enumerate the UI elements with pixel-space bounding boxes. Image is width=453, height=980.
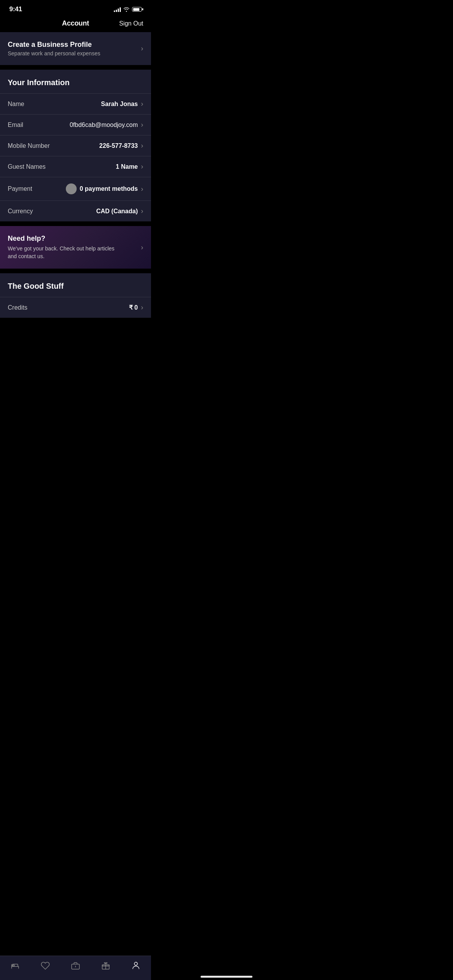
- credits-value-wrap: ₹ 0 ›: [129, 303, 143, 312]
- payment-value-wrap: 0 payment methods ›: [66, 183, 143, 194]
- page-title: Account: [62, 19, 89, 27]
- sign-out-button[interactable]: Sign Out: [119, 20, 143, 27]
- mobile-chevron-icon: ›: [141, 142, 143, 150]
- email-value-wrap: 0fbd6cab@moodjoy.com ›: [70, 121, 143, 129]
- mobile-number-row[interactable]: Mobile Number 226-577-8733 ›: [0, 135, 151, 156]
- name-chevron-icon: ›: [141, 100, 143, 108]
- need-help-card[interactable]: Need help? We've got your back. Check ou…: [0, 226, 151, 269]
- guest-names-label: Guest Names: [8, 163, 46, 170]
- currency-chevron-icon: ›: [141, 207, 143, 215]
- help-title: Need help?: [8, 235, 116, 243]
- help-text: Need help? We've got your back. Check ou…: [8, 235, 116, 260]
- your-information-title: Your Information: [0, 70, 151, 93]
- status-bar: 9:41: [0, 0, 151, 15]
- guest-names-value-wrap: 1 Name ›: [116, 163, 143, 171]
- email-label: Email: [8, 122, 23, 128]
- nav-bar: Account Sign Out: [0, 15, 151, 32]
- currency-value-wrap: CAD (Canada) ›: [96, 207, 143, 215]
- help-subtitle: We've got your back. Check out help arti…: [8, 245, 116, 260]
- email-row[interactable]: Email 0fbd6cab@moodjoy.com ›: [0, 114, 151, 135]
- guest-names-row[interactable]: Guest Names 1 Name ›: [0, 156, 151, 177]
- help-chevron-icon: ›: [141, 243, 143, 252]
- credits-row[interactable]: Credits ₹ 0 ›: [0, 297, 151, 318]
- name-value: Sarah Jonas: [101, 101, 138, 108]
- mobile-value: 226-577-8733: [99, 142, 138, 149]
- payment-dot-icon: [66, 183, 77, 194]
- credits-chevron-icon: ›: [141, 303, 143, 312]
- credits-label: Credits: [8, 304, 27, 311]
- good-stuff-section: The Good Stuff Credits ₹ 0 ›: [0, 273, 151, 318]
- scroll-content: Create a Business Profile Separate work …: [0, 32, 151, 357]
- guest-names-value: 1 Name: [116, 163, 138, 170]
- email-value: 0fbd6cab@moodjoy.com: [70, 122, 138, 128]
- signal-bars-icon: [114, 7, 121, 12]
- your-information-section: Your Information Name Sarah Jonas › Emai…: [0, 70, 151, 221]
- currency-label: Currency: [8, 208, 33, 215]
- guest-names-chevron-icon: ›: [141, 163, 143, 171]
- business-profile-title: Create a Business Profile: [8, 41, 100, 49]
- currency-value: CAD (Canada): [96, 208, 138, 215]
- chevron-right-icon: ›: [141, 45, 143, 53]
- wifi-icon: [123, 7, 130, 12]
- credits-value: ₹ 0: [129, 304, 138, 311]
- create-business-profile-card[interactable]: Create a Business Profile Separate work …: [0, 32, 151, 65]
- status-icons: [114, 7, 142, 12]
- email-chevron-icon: ›: [141, 121, 143, 129]
- payment-label: Payment: [8, 185, 32, 192]
- name-value-wrap: Sarah Jonas ›: [101, 100, 143, 108]
- name-row[interactable]: Name Sarah Jonas ›: [0, 93, 151, 114]
- payment-value: 0 payment methods: [80, 185, 138, 192]
- payment-chevron-icon: ›: [141, 185, 143, 193]
- mobile-value-wrap: 226-577-8733 ›: [99, 142, 143, 150]
- payment-row[interactable]: Payment 0 payment methods ›: [0, 177, 151, 200]
- battery-icon: [132, 7, 142, 12]
- business-profile-subtitle: Separate work and personal expenses: [8, 50, 100, 57]
- name-label: Name: [8, 101, 24, 108]
- business-profile-text: Create a Business Profile Separate work …: [8, 41, 100, 57]
- status-time: 9:41: [9, 5, 22, 13]
- mobile-label: Mobile Number: [8, 142, 50, 149]
- good-stuff-title: The Good Stuff: [0, 273, 151, 297]
- currency-row[interactable]: Currency CAD (Canada) ›: [0, 200, 151, 221]
